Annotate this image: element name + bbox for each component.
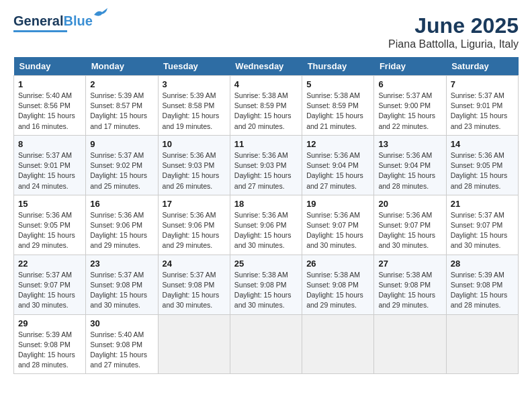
calendar-header-row: Sunday Monday Tuesday Wednesday Thursday… bbox=[14, 57, 519, 76]
day-number: 8 bbox=[18, 139, 81, 149]
day-info: Sunrise: 5:36 AMSunset: 9:07 PMDaylight:… bbox=[306, 210, 369, 251]
logo-blue: Blue bbox=[63, 13, 92, 28]
day-info: Sunrise: 5:36 AMSunset: 9:06 PMDaylight:… bbox=[90, 210, 153, 251]
table-row bbox=[230, 314, 302, 374]
day-info: Sunrise: 5:38 AMSunset: 9:08 PMDaylight:… bbox=[234, 270, 298, 311]
table-row: 3Sunrise: 5:39 AMSunset: 8:58 PMDaylight… bbox=[158, 76, 230, 136]
header-tuesday: Tuesday bbox=[158, 57, 230, 76]
day-info: Sunrise: 5:37 AMSunset: 9:08 PMDaylight:… bbox=[90, 270, 153, 311]
day-number: 4 bbox=[234, 79, 298, 89]
day-info: Sunrise: 5:38 AMSunset: 9:08 PMDaylight:… bbox=[306, 270, 369, 311]
header-saturday: Saturday bbox=[446, 57, 518, 76]
day-number: 23 bbox=[90, 259, 153, 269]
header-sunday: Sunday bbox=[14, 57, 86, 76]
table-row: 2Sunrise: 5:39 AMSunset: 8:57 PMDaylight… bbox=[86, 76, 158, 136]
table-row: 6Sunrise: 5:37 AMSunset: 9:00 PMDaylight… bbox=[374, 76, 446, 136]
table-row: 26Sunrise: 5:38 AMSunset: 9:08 PMDayligh… bbox=[302, 255, 374, 314]
day-number: 19 bbox=[306, 199, 369, 209]
table-row: 18Sunrise: 5:36 AMSunset: 9:06 PMDayligh… bbox=[230, 195, 302, 255]
logo-general: General bbox=[13, 13, 63, 28]
month-title: June 2025 bbox=[388, 13, 519, 38]
table-row: 21Sunrise: 5:37 AMSunset: 9:07 PMDayligh… bbox=[446, 195, 518, 255]
day-number: 21 bbox=[451, 199, 514, 209]
calendar-row: 15Sunrise: 5:36 AMSunset: 9:05 PMDayligh… bbox=[14, 195, 519, 255]
logo: GeneralBlue bbox=[13, 13, 93, 32]
day-info: Sunrise: 5:40 AMSunset: 9:08 PMDaylight:… bbox=[90, 330, 153, 371]
table-row bbox=[446, 314, 518, 374]
day-info: Sunrise: 5:37 AMSunset: 9:07 PMDaylight:… bbox=[18, 270, 81, 311]
day-info: Sunrise: 5:37 AMSunset: 9:00 PMDaylight:… bbox=[378, 91, 441, 132]
day-number: 24 bbox=[163, 259, 226, 269]
table-row bbox=[158, 314, 230, 374]
table-row: 11Sunrise: 5:36 AMSunset: 9:03 PMDayligh… bbox=[230, 135, 302, 195]
table-row: 8Sunrise: 5:37 AMSunset: 9:01 PMDaylight… bbox=[14, 135, 86, 195]
table-row: 28Sunrise: 5:39 AMSunset: 9:08 PMDayligh… bbox=[446, 255, 518, 314]
day-number: 17 bbox=[163, 199, 226, 209]
day-number: 5 bbox=[306, 79, 369, 89]
day-info: Sunrise: 5:37 AMSunset: 9:02 PMDaylight:… bbox=[90, 150, 153, 191]
day-number: 10 bbox=[163, 139, 226, 149]
table-row: 16Sunrise: 5:36 AMSunset: 9:06 PMDayligh… bbox=[86, 195, 158, 255]
day-number: 25 bbox=[234, 259, 298, 269]
day-info: Sunrise: 5:36 AMSunset: 9:06 PMDaylight:… bbox=[234, 210, 298, 251]
day-info: Sunrise: 5:37 AMSunset: 9:08 PMDaylight:… bbox=[163, 270, 226, 311]
day-number: 13 bbox=[378, 139, 441, 149]
day-number: 20 bbox=[378, 199, 441, 209]
table-row: 13Sunrise: 5:36 AMSunset: 9:04 PMDayligh… bbox=[374, 135, 446, 195]
day-number: 6 bbox=[378, 79, 441, 89]
calendar-row: 1Sunrise: 5:40 AMSunset: 8:56 PMDaylight… bbox=[14, 76, 519, 136]
title-area: June 2025 Piana Battolla, Liguria, Italy bbox=[388, 13, 519, 50]
day-info: Sunrise: 5:36 AMSunset: 9:07 PMDaylight:… bbox=[378, 210, 441, 251]
table-row: 1Sunrise: 5:40 AMSunset: 8:56 PMDaylight… bbox=[14, 76, 86, 136]
header-friday: Friday bbox=[374, 57, 446, 76]
table-row: 20Sunrise: 5:36 AMSunset: 9:07 PMDayligh… bbox=[374, 195, 446, 255]
day-info: Sunrise: 5:37 AMSunset: 9:07 PMDaylight:… bbox=[451, 210, 514, 251]
table-row: 12Sunrise: 5:36 AMSunset: 9:04 PMDayligh… bbox=[302, 135, 374, 195]
table-row: 4Sunrise: 5:38 AMSunset: 8:59 PMDaylight… bbox=[230, 76, 302, 136]
location-title: Piana Battolla, Liguria, Italy bbox=[388, 38, 519, 50]
day-info: Sunrise: 5:36 AMSunset: 9:05 PMDaylight:… bbox=[451, 150, 514, 191]
day-info: Sunrise: 5:38 AMSunset: 9:08 PMDaylight:… bbox=[378, 270, 441, 311]
day-info: Sunrise: 5:38 AMSunset: 8:59 PMDaylight:… bbox=[306, 91, 369, 132]
day-number: 16 bbox=[90, 199, 153, 209]
day-number: 28 bbox=[451, 259, 514, 269]
header-thursday: Thursday bbox=[302, 57, 374, 76]
table-row: 30Sunrise: 5:40 AMSunset: 9:08 PMDayligh… bbox=[86, 314, 158, 374]
calendar-row: 22Sunrise: 5:37 AMSunset: 9:07 PMDayligh… bbox=[14, 255, 519, 314]
table-row: 14Sunrise: 5:36 AMSunset: 9:05 PMDayligh… bbox=[446, 135, 518, 195]
day-info: Sunrise: 5:39 AMSunset: 8:57 PMDaylight:… bbox=[90, 91, 153, 132]
table-row: 19Sunrise: 5:36 AMSunset: 9:07 PMDayligh… bbox=[302, 195, 374, 255]
day-info: Sunrise: 5:36 AMSunset: 9:05 PMDaylight:… bbox=[18, 210, 81, 251]
day-info: Sunrise: 5:39 AMSunset: 9:08 PMDaylight:… bbox=[451, 270, 514, 311]
bird-icon bbox=[93, 8, 107, 20]
page-header: GeneralBlue June 2025 Piana Battolla, Li… bbox=[13, 13, 519, 50]
table-row: 10Sunrise: 5:36 AMSunset: 9:03 PMDayligh… bbox=[158, 135, 230, 195]
day-number: 26 bbox=[306, 259, 369, 269]
table-row: 29Sunrise: 5:39 AMSunset: 9:08 PMDayligh… bbox=[14, 314, 86, 374]
day-number: 2 bbox=[90, 79, 153, 89]
day-info: Sunrise: 5:36 AMSunset: 9:04 PMDaylight:… bbox=[378, 150, 441, 191]
day-number: 1 bbox=[18, 79, 81, 89]
calendar-row: 29Sunrise: 5:39 AMSunset: 9:08 PMDayligh… bbox=[14, 314, 519, 374]
day-number: 15 bbox=[18, 199, 81, 209]
calendar-row: 8Sunrise: 5:37 AMSunset: 9:01 PMDaylight… bbox=[14, 135, 519, 195]
table-row: 25Sunrise: 5:38 AMSunset: 9:08 PMDayligh… bbox=[230, 255, 302, 314]
day-info: Sunrise: 5:36 AMSunset: 9:04 PMDaylight:… bbox=[306, 150, 369, 191]
day-number: 22 bbox=[18, 259, 81, 269]
calendar-table: Sunday Monday Tuesday Wednesday Thursday… bbox=[13, 57, 519, 374]
table-row: 27Sunrise: 5:38 AMSunset: 9:08 PMDayligh… bbox=[374, 255, 446, 314]
day-info: Sunrise: 5:38 AMSunset: 8:59 PMDaylight:… bbox=[234, 91, 298, 132]
day-info: Sunrise: 5:36 AMSunset: 9:03 PMDaylight:… bbox=[163, 150, 226, 191]
day-number: 11 bbox=[234, 139, 298, 149]
day-info: Sunrise: 5:39 AMSunset: 8:58 PMDaylight:… bbox=[163, 91, 226, 132]
day-number: 3 bbox=[163, 79, 226, 89]
table-row: 5Sunrise: 5:38 AMSunset: 8:59 PMDaylight… bbox=[302, 76, 374, 136]
day-info: Sunrise: 5:36 AMSunset: 9:06 PMDaylight:… bbox=[163, 210, 226, 251]
day-info: Sunrise: 5:40 AMSunset: 8:56 PMDaylight:… bbox=[18, 91, 81, 132]
table-row: 9Sunrise: 5:37 AMSunset: 9:02 PMDaylight… bbox=[86, 135, 158, 195]
header-wednesday: Wednesday bbox=[230, 57, 302, 76]
day-number: 30 bbox=[90, 318, 153, 328]
day-info: Sunrise: 5:39 AMSunset: 9:08 PMDaylight:… bbox=[18, 330, 81, 371]
table-row bbox=[302, 314, 374, 374]
day-number: 18 bbox=[234, 199, 298, 209]
